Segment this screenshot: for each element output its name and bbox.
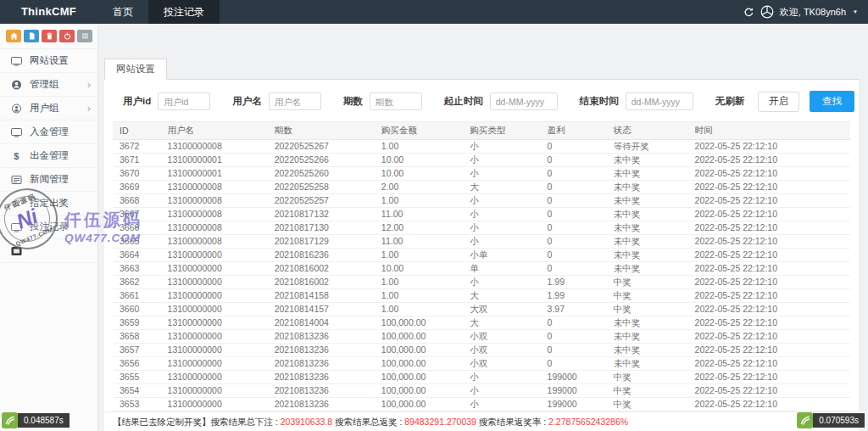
cell-id: 3658 bbox=[113, 330, 161, 344]
cell-status: 中奖 bbox=[607, 303, 688, 316]
cell-status: 未中奖 bbox=[607, 235, 688, 249]
cell-username: 13100000008 bbox=[161, 208, 268, 221]
sidebar-item-6[interactable]: 指定出奖 bbox=[0, 192, 97, 216]
column-header: 状态 bbox=[607, 122, 688, 140]
table-row: 3667131000000082021081713211.00小0未中奖2022… bbox=[113, 208, 850, 221]
cell-amount: 10.00 bbox=[375, 262, 463, 276]
sidebar-item-4[interactable]: $出金管理 bbox=[0, 144, 97, 168]
cell-time: 2022-05-25 22:12:10 bbox=[688, 208, 850, 221]
list-button[interactable] bbox=[77, 30, 92, 42]
no-refresh-label: 无刷新 bbox=[715, 95, 745, 108]
cell-period: 20210813236 bbox=[268, 330, 375, 344]
page-load-time: 0.070593s bbox=[813, 413, 865, 428]
cell-amount: 2.00 bbox=[375, 181, 463, 194]
username-input[interactable] bbox=[269, 92, 321, 110]
cell-type: 大 bbox=[463, 316, 540, 330]
sidebar-item-7[interactable]: 投注记录 bbox=[0, 216, 97, 239]
user-id-input[interactable] bbox=[158, 92, 210, 110]
table-row: 366213100000000202108160021.00小1.99中奖202… bbox=[113, 276, 850, 289]
sidebar-item-2[interactable]: 用户组› bbox=[0, 97, 97, 120]
period-label: 期数 bbox=[343, 95, 363, 108]
cell-time: 2022-05-25 22:12:10 bbox=[688, 371, 850, 384]
table-row: 36531310000000020210813236100,000.00小199… bbox=[113, 398, 850, 411]
dark-icon bbox=[11, 246, 24, 256]
cell-period: 20220525260 bbox=[268, 167, 375, 181]
cell-profit: 0 bbox=[541, 357, 607, 371]
cell-period: 20220525257 bbox=[268, 194, 375, 208]
thinkphp-icon[interactable] bbox=[2, 412, 18, 428]
end-time-input[interactable] bbox=[626, 92, 693, 110]
chevron-down-icon[interactable]: ▼ bbox=[853, 9, 858, 14]
avatar-icon[interactable] bbox=[760, 5, 774, 19]
cell-profit: 3.97 bbox=[541, 303, 607, 316]
file-button[interactable] bbox=[24, 30, 39, 42]
cell-profit: 0 bbox=[541, 344, 607, 357]
power-button[interactable] bbox=[59, 30, 75, 42]
cell-username: 13100000000 bbox=[161, 289, 268, 303]
cell-type: 小 bbox=[463, 398, 540, 411]
table-row: 366013100000000202108141571.00大双3.97中奖20… bbox=[113, 303, 850, 316]
sidebar-item-label: 新闻管理 bbox=[30, 173, 69, 186]
sidebar-item-8[interactable] bbox=[0, 239, 97, 263]
cell-time: 2022-05-25 22:12:10 bbox=[688, 316, 850, 330]
cell-period: 20210817132 bbox=[268, 208, 375, 221]
nav-item-1[interactable]: 投注记录 bbox=[148, 0, 220, 24]
news-icon bbox=[11, 175, 24, 185]
cell-id: 3672 bbox=[113, 140, 161, 154]
cell-type: 小双 bbox=[463, 344, 540, 357]
cell-amount: 100,000.00 bbox=[375, 384, 463, 398]
cell-profit: 0 bbox=[541, 262, 607, 276]
cell-period: 20210816002 bbox=[268, 276, 375, 289]
trash-button[interactable] bbox=[42, 30, 57, 42]
cell-id: 3671 bbox=[113, 154, 161, 167]
period-input[interactable] bbox=[370, 92, 422, 110]
table-row: 36591310000000020210814004100,000.00大0未中… bbox=[113, 316, 850, 330]
cell-period: 20220525258 bbox=[268, 181, 375, 194]
cell-status: 未中奖 bbox=[607, 249, 688, 262]
cell-time: 2022-05-25 22:12:10 bbox=[688, 235, 850, 249]
cell-time: 2022-05-25 22:12:10 bbox=[688, 276, 850, 289]
brand-logo[interactable]: ThinkCMF bbox=[0, 0, 97, 24]
home-button[interactable] bbox=[6, 30, 21, 42]
sidebar-item-1[interactable]: 管理组› bbox=[0, 73, 97, 97]
sidebar-item-0[interactable]: 网站设置 bbox=[0, 49, 97, 73]
cell-amount: 1.00 bbox=[375, 249, 463, 262]
monitor-icon bbox=[11, 127, 24, 137]
cell-time: 2022-05-25 22:12:10 bbox=[688, 249, 850, 262]
cell-type: 小 bbox=[463, 154, 540, 167]
column-header: 期数 bbox=[268, 122, 375, 140]
tab-site-settings[interactable]: 网站设置 bbox=[104, 59, 167, 80]
table-row: 36541310000000020210813236100,000.00小199… bbox=[113, 384, 850, 398]
search-button[interactable]: 查找 bbox=[810, 91, 854, 112]
column-header: 时间 bbox=[688, 122, 850, 140]
cell-status: 未中奖 bbox=[607, 357, 688, 371]
thinkphp-icon[interactable] bbox=[797, 412, 813, 428]
no-refresh-toggle-button[interactable]: 开启 bbox=[758, 92, 799, 112]
column-header: ID bbox=[113, 122, 161, 140]
start-time-input[interactable] bbox=[490, 92, 558, 110]
cell-amount: 100,000.00 bbox=[375, 330, 463, 344]
user-id-label: 用户id bbox=[123, 95, 151, 108]
refresh-icon[interactable] bbox=[743, 7, 754, 18]
cell-amount: 100,000.00 bbox=[375, 398, 463, 411]
cell-id: 3662 bbox=[113, 276, 161, 289]
sidebar-item-5[interactable]: 新闻管理 bbox=[0, 168, 97, 192]
table-row: 3670131000000012022052526010.00小0未中奖2022… bbox=[113, 167, 850, 181]
cell-time: 2022-05-25 22:12:10 bbox=[688, 357, 850, 371]
welcome-text[interactable]: 欢迎, TK08yn6h bbox=[780, 6, 846, 19]
sidebar-menu: 网站设置管理组›用户组›入金管理$出金管理新闻管理指定出奖投注记录 bbox=[0, 49, 97, 263]
perf-badge-right: 0.070593s bbox=[797, 412, 865, 428]
cell-amount: 11.00 bbox=[375, 235, 463, 249]
person-icon bbox=[11, 104, 24, 114]
cell-amount: 11.00 bbox=[375, 208, 463, 221]
column-header: 盈利 bbox=[541, 122, 607, 140]
cell-amount: 12.00 bbox=[375, 221, 463, 235]
cell-amount: 1.00 bbox=[375, 276, 463, 289]
nav-item-0[interactable]: 首页 bbox=[97, 0, 148, 24]
sidebar-item-3[interactable]: 入金管理 bbox=[0, 120, 97, 144]
tabbar: 网站设置 bbox=[104, 61, 859, 80]
cell-amount: 100,000.00 bbox=[375, 357, 463, 371]
main-content: 网站设置 用户id 用户名 期数 起止时间 结束时间 无刷新 开启 查找 ID用… bbox=[98, 24, 868, 431]
cell-profit: 0 bbox=[541, 140, 607, 154]
cell-period: 20210814157 bbox=[268, 303, 375, 316]
